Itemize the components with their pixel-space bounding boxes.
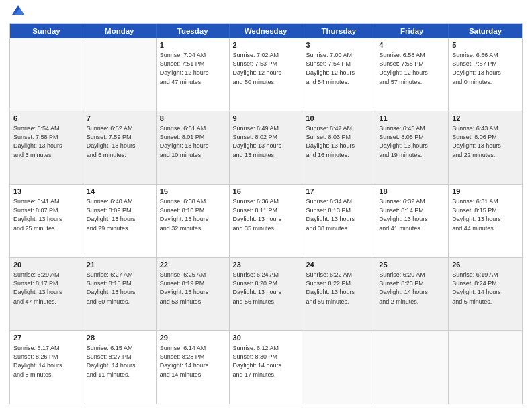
- calendar-row-3: 13Sunrise: 6:41 AMSunset: 8:07 PMDayligh…: [10, 184, 522, 257]
- day-number: 27: [13, 333, 79, 343]
- day-number: 11: [379, 113, 445, 124]
- calendar-cell: 23Sunrise: 6:24 AMSunset: 8:20 PMDayligh…: [230, 258, 303, 330]
- cell-info: Sunrise: 6:32 AMSunset: 8:14 PMDaylight:…: [379, 197, 445, 232]
- calendar-row-4: 20Sunrise: 6:29 AMSunset: 8:17 PMDayligh…: [10, 257, 522, 330]
- day-number: 9: [233, 113, 299, 124]
- calendar: SundayMondayTuesdayWednesdayThursdayFrid…: [9, 23, 523, 404]
- cell-info: Sunrise: 6:15 AMSunset: 8:27 PMDaylight:…: [87, 344, 152, 379]
- cell-info: Sunrise: 6:12 AMSunset: 8:30 PMDaylight:…: [233, 344, 299, 379]
- calendar-cell: 29Sunrise: 6:14 AMSunset: 8:28 PMDayligh…: [157, 331, 230, 404]
- calendar-cell: 2Sunrise: 7:02 AMSunset: 7:53 PMDaylight…: [230, 38, 303, 111]
- day-number: 2: [233, 40, 299, 50]
- logo: [9, 8, 26, 17]
- day-number: 20: [13, 260, 79, 270]
- day-number: 5: [452, 40, 519, 50]
- calendar-cell: 9Sunrise: 6:49 AMSunset: 8:02 PMDaylight…: [230, 111, 303, 184]
- calendar-cell: 30Sunrise: 6:12 AMSunset: 8:30 PMDayligh…: [230, 331, 303, 404]
- calendar-cell: 27Sunrise: 6:17 AMSunset: 8:26 PMDayligh…: [10, 331, 83, 404]
- calendar-cell: 21Sunrise: 6:27 AMSunset: 8:18 PMDayligh…: [83, 258, 157, 330]
- day-number: 4: [379, 40, 445, 50]
- day-number: 26: [452, 260, 519, 270]
- day-number: 22: [160, 260, 226, 270]
- day-number: 19: [452, 187, 519, 197]
- cell-info: Sunrise: 6:41 AMSunset: 8:07 PMDaylight:…: [13, 197, 79, 232]
- weekday-header-saturday: Saturday: [449, 24, 522, 38]
- cell-info: Sunrise: 7:02 AMSunset: 7:53 PMDaylight:…: [233, 51, 299, 86]
- calendar-cell: [449, 331, 522, 404]
- cell-info: Sunrise: 6:20 AMSunset: 8:23 PMDaylight:…: [379, 271, 445, 306]
- day-number: 12: [452, 113, 519, 124]
- calendar-cell: [375, 331, 449, 404]
- header: [9, 8, 523, 17]
- day-number: 21: [87, 260, 152, 270]
- cell-info: Sunrise: 6:56 AMSunset: 7:57 PMDaylight:…: [452, 51, 519, 86]
- day-number: 8: [160, 113, 226, 124]
- calendar-cell: 4Sunrise: 6:58 AMSunset: 7:55 PMDaylight…: [375, 38, 449, 111]
- cell-info: Sunrise: 6:49 AMSunset: 8:02 PMDaylight:…: [233, 124, 299, 159]
- calendar-cell: [10, 38, 83, 111]
- calendar-body: 1Sunrise: 7:04 AMSunset: 7:51 PMDaylight…: [10, 38, 522, 404]
- cell-info: Sunrise: 6:34 AMSunset: 8:13 PMDaylight:…: [306, 197, 371, 232]
- weekday-header-tuesday: Tuesday: [157, 24, 230, 38]
- cell-info: Sunrise: 6:27 AMSunset: 8:18 PMDaylight:…: [87, 271, 152, 306]
- cell-info: Sunrise: 6:22 AMSunset: 8:22 PMDaylight:…: [306, 271, 371, 306]
- cell-info: Sunrise: 6:38 AMSunset: 8:10 PMDaylight:…: [160, 197, 226, 232]
- calendar-cell: 14Sunrise: 6:40 AMSunset: 8:09 PMDayligh…: [83, 185, 157, 257]
- calendar-cell: 5Sunrise: 6:56 AMSunset: 7:57 PMDaylight…: [449, 38, 522, 111]
- calendar-cell: 28Sunrise: 6:15 AMSunset: 8:27 PMDayligh…: [83, 331, 157, 404]
- logo-icon: [11, 3, 26, 17]
- calendar-cell: 3Sunrise: 7:00 AMSunset: 7:54 PMDaylight…: [302, 38, 375, 111]
- weekday-header-friday: Friday: [375, 24, 449, 38]
- day-number: 15: [160, 187, 226, 197]
- calendar-cell: 12Sunrise: 6:43 AMSunset: 8:06 PMDayligh…: [449, 111, 522, 184]
- calendar-cell: 22Sunrise: 6:25 AMSunset: 8:19 PMDayligh…: [157, 258, 230, 330]
- calendar-cell: 17Sunrise: 6:34 AMSunset: 8:13 PMDayligh…: [302, 185, 375, 257]
- cell-info: Sunrise: 6:51 AMSunset: 8:01 PMDaylight:…: [160, 124, 226, 159]
- calendar-cell: [302, 331, 375, 404]
- cell-info: Sunrise: 7:04 AMSunset: 7:51 PMDaylight:…: [160, 51, 226, 86]
- calendar-cell: 7Sunrise: 6:52 AMSunset: 7:59 PMDaylight…: [83, 111, 157, 184]
- cell-info: Sunrise: 6:47 AMSunset: 8:03 PMDaylight:…: [306, 124, 371, 159]
- cell-info: Sunrise: 6:45 AMSunset: 8:05 PMDaylight:…: [379, 124, 445, 159]
- day-number: 25: [379, 260, 445, 270]
- calendar-cell: 1Sunrise: 7:04 AMSunset: 7:51 PMDaylight…: [157, 38, 230, 111]
- day-number: 1: [160, 40, 226, 50]
- calendar-cell: 19Sunrise: 6:31 AMSunset: 8:15 PMDayligh…: [449, 185, 522, 257]
- weekday-header-wednesday: Wednesday: [230, 24, 303, 38]
- cell-info: Sunrise: 6:29 AMSunset: 8:17 PMDaylight:…: [13, 271, 79, 306]
- day-number: 3: [306, 40, 371, 50]
- calendar-row-2: 6Sunrise: 6:54 AMSunset: 7:58 PMDaylight…: [10, 111, 522, 184]
- day-number: 6: [13, 113, 79, 124]
- cell-info: Sunrise: 6:54 AMSunset: 7:58 PMDaylight:…: [13, 124, 79, 159]
- cell-info: Sunrise: 6:25 AMSunset: 8:19 PMDaylight:…: [160, 271, 226, 306]
- day-number: 7: [87, 113, 152, 124]
- calendar-cell: 25Sunrise: 6:20 AMSunset: 8:23 PMDayligh…: [375, 258, 449, 330]
- cell-info: Sunrise: 6:58 AMSunset: 7:55 PMDaylight:…: [379, 51, 445, 86]
- weekday-header-monday: Monday: [83, 24, 157, 38]
- calendar-cell: [83, 38, 157, 111]
- cell-info: Sunrise: 6:40 AMSunset: 8:09 PMDaylight:…: [87, 197, 152, 232]
- cell-info: Sunrise: 6:31 AMSunset: 8:15 PMDaylight:…: [452, 197, 519, 232]
- calendar-header: SundayMondayTuesdayWednesdayThursdayFrid…: [10, 24, 522, 38]
- calendar-row-5: 27Sunrise: 6:17 AMSunset: 8:26 PMDayligh…: [10, 330, 522, 404]
- calendar-cell: 15Sunrise: 6:38 AMSunset: 8:10 PMDayligh…: [157, 185, 230, 257]
- weekday-header-sunday: Sunday: [10, 24, 83, 38]
- calendar-cell: 6Sunrise: 6:54 AMSunset: 7:58 PMDaylight…: [10, 111, 83, 184]
- weekday-header-thursday: Thursday: [302, 24, 375, 38]
- day-number: 17: [306, 187, 371, 197]
- day-number: 24: [306, 260, 371, 270]
- calendar-cell: 11Sunrise: 6:45 AMSunset: 8:05 PMDayligh…: [375, 111, 449, 184]
- day-number: 28: [87, 333, 152, 343]
- cell-info: Sunrise: 6:43 AMSunset: 8:06 PMDaylight:…: [452, 124, 519, 159]
- calendar-row-1: 1Sunrise: 7:04 AMSunset: 7:51 PMDaylight…: [10, 38, 522, 111]
- calendar-cell: 18Sunrise: 6:32 AMSunset: 8:14 PMDayligh…: [375, 185, 449, 257]
- calendar-cell: 24Sunrise: 6:22 AMSunset: 8:22 PMDayligh…: [302, 258, 375, 330]
- calendar-cell: 26Sunrise: 6:19 AMSunset: 8:24 PMDayligh…: [449, 258, 522, 330]
- day-number: 29: [160, 333, 226, 343]
- cell-info: Sunrise: 6:24 AMSunset: 8:20 PMDaylight:…: [233, 271, 299, 306]
- calendar-cell: 20Sunrise: 6:29 AMSunset: 8:17 PMDayligh…: [10, 258, 83, 330]
- page: SundayMondayTuesdayWednesdayThursdayFrid…: [0, 0, 532, 411]
- cell-info: Sunrise: 6:19 AMSunset: 8:24 PMDaylight:…: [452, 271, 519, 306]
- calendar-cell: 8Sunrise: 6:51 AMSunset: 8:01 PMDaylight…: [157, 111, 230, 184]
- cell-info: Sunrise: 6:17 AMSunset: 8:26 PMDaylight:…: [13, 344, 79, 379]
